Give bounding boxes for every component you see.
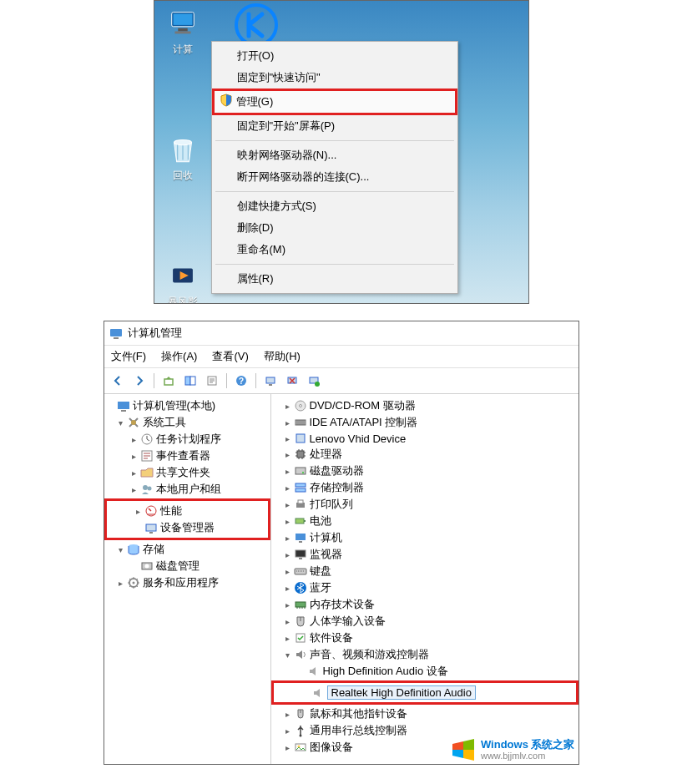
bt-icon [294, 581, 307, 594]
device-item[interactable]: ▸人体学输入设备 [273, 613, 577, 630]
highlight-device-manager: ▸性能设备管理器 [104, 498, 270, 540]
device-item[interactable]: ▸软件设备 [273, 630, 577, 646]
ctx-item-shortcut[interactable]: 创建快捷方式(S) [214, 195, 456, 217]
ctx-item-map-drive[interactable]: 映射网络驱动器(N)... [214, 144, 456, 166]
expand-toggle[interactable]: ▸ [129, 452, 139, 461]
help-button[interactable]: ? [231, 371, 251, 391]
device-item[interactable]: High Definition Audio 设备 [273, 663, 577, 680]
device-item-label: 电池 [310, 513, 331, 529]
expand-toggle[interactable]: ▸ [283, 726, 293, 736]
device-item[interactable]: ▸通用串行总线控制器 [273, 722, 577, 739]
device-item[interactable]: ▸打印队列 [273, 496, 577, 513]
properties-button[interactable] [202, 371, 222, 391]
tree-item[interactable]: ▸服务和应用程序 [106, 574, 269, 591]
expand-toggle[interactable]: ▸ [283, 584, 293, 593]
ctx-item-label: 固定到"快速访问" [237, 71, 321, 83]
expand-toggle[interactable]: ▸ [283, 567, 293, 576]
expand-toggle[interactable]: ▸ [129, 435, 139, 444]
expand-toggle[interactable]: ▸ [129, 485, 139, 494]
forward-button[interactable] [129, 371, 149, 391]
ctx-item-pin-quick[interactable]: 固定到"快速访问" [214, 67, 456, 89]
ctx-item-open[interactable]: 打开(O) [214, 45, 456, 67]
device-item[interactable]: ▸蓝牙 [273, 579, 577, 596]
expand-toggle[interactable]: ▾ [116, 418, 126, 427]
ctx-item-delete[interactable]: 删除(D) [214, 217, 456, 239]
tree-item[interactable]: ▸性能 [110, 503, 265, 519]
desktop-icon-recycle[interactable]: 回收 [163, 132, 203, 183]
expand-toggle[interactable]: ▸ [283, 450, 293, 459]
uninstall-button[interactable] [304, 371, 324, 391]
tree-item[interactable]: 计算机管理(本地) [106, 397, 269, 414]
expand-toggle[interactable]: ▸ [283, 402, 293, 411]
desktop-icon-computer[interactable]: 计算 [163, 6, 203, 57]
expand-toggle[interactable]: ▸ [283, 710, 293, 719]
menu-item[interactable]: 帮助(H) [264, 349, 301, 364]
expand-toggle[interactable]: ▸ [283, 534, 293, 543]
tree-item[interactable]: ▸任务计划程序 [106, 431, 269, 448]
tree-item-label: 服务和应用程序 [143, 575, 219, 590]
device-item[interactable]: ▸存储控制器 [273, 479, 577, 496]
tree-item[interactable]: ▾存储 [106, 541, 269, 558]
expand-toggle[interactable]: ▸ [283, 634, 293, 643]
tree-item[interactable]: ▸本地用户和组 [106, 481, 269, 498]
device-item[interactable]: ▸鼠标和其他指针设备 [273, 706, 577, 722]
device-item[interactable]: ▸键盘 [273, 563, 577, 579]
expand-toggle[interactable]: ▸ [283, 500, 293, 509]
ctx-item-props[interactable]: 属性(R) [214, 268, 456, 290]
up-button[interactable] [159, 371, 179, 391]
show-hide-button[interactable] [180, 371, 200, 391]
menu-item[interactable]: 操作(A) [161, 349, 197, 364]
expand-toggle[interactable]: ▸ [283, 418, 293, 427]
svg-rect-50 [299, 541, 302, 543]
device-item-label: 键盘 [310, 564, 331, 579]
expand-toggle[interactable]: ▸ [283, 467, 293, 476]
device-item[interactable]: ▸电池 [273, 513, 577, 529]
desktop-icon-storm[interactable]: 暴风影 [163, 258, 203, 304]
tree-item[interactable]: 磁盘管理 [106, 558, 269, 574]
device-item[interactable]: ▾声音、视频和游戏控制器 [273, 646, 577, 663]
ctx-item-manage[interactable]: 管理(G) [212, 89, 457, 115]
expand-toggle[interactable]: ▸ [283, 517, 293, 526]
expand-toggle[interactable]: ▾ [283, 650, 293, 660]
svg-point-42 [302, 472, 304, 473]
device-item-label: 声音、视频和游戏控制器 [310, 647, 429, 662]
ctx-item-pin-start[interactable]: 固定到"开始"屏幕(P) [214, 115, 456, 137]
device-item-label: Realtek High Definition Audio [327, 685, 476, 700]
expand-toggle[interactable]: ▸ [283, 483, 293, 493]
expand-toggle[interactable]: ▸ [283, 743, 293, 752]
expand-toggle[interactable]: ▾ [116, 545, 126, 554]
expand-toggle[interactable]: ▸ [283, 550, 293, 559]
expand-toggle[interactable]: ▸ [134, 507, 144, 516]
expand-toggle[interactable]: ▸ [129, 468, 139, 478]
menu-item[interactable]: 查看(V) [212, 349, 248, 364]
tree-item[interactable]: ▾系统工具 [106, 414, 269, 431]
tree-item[interactable]: 设备管理器 [110, 519, 265, 536]
scan-button[interactable] [260, 371, 280, 391]
tree-item[interactable]: ▸共享文件夹 [106, 464, 269, 481]
ctx-item-disconnect[interactable]: 断开网络驱动器的连接(C)... [214, 166, 456, 188]
device-item[interactable]: ▸监视器 [273, 546, 577, 563]
highlight-realtek-audio: Realtek High Definition Audio [271, 680, 578, 705]
expand-toggle[interactable]: ▸ [283, 600, 293, 609]
expand-toggle[interactable]: ▸ [116, 579, 126, 588]
device-item[interactable]: ▸磁盘驱动器 [273, 463, 577, 479]
device-item[interactable]: Realtek High Definition Audio [277, 685, 573, 701]
expand-toggle[interactable]: ▸ [283, 617, 293, 626]
tree-item[interactable]: ▸事件查看器 [106, 448, 269, 464]
svg-rect-46 [298, 500, 303, 503]
event-icon [140, 449, 154, 463]
refresh-button[interactable] [282, 371, 302, 391]
tree-item-label: 事件查看器 [156, 448, 210, 463]
device-item[interactable]: ▸IDE ATA/ATAPI 控制器 [273, 414, 577, 431]
device-item[interactable]: ▸Lenovo Vhid Device [273, 431, 577, 446]
device-item[interactable]: ▸计算机 [273, 529, 577, 546]
device-item[interactable]: ▸处理器 [273, 446, 577, 463]
svg-rect-47 [296, 518, 304, 524]
back-button[interactable] [108, 371, 128, 391]
device-item[interactable]: ▸内存技术设备 [273, 596, 577, 613]
expand-toggle[interactable]: ▸ [283, 434, 293, 443]
device-item[interactable]: ▸DVD/CD-ROM 驱动器 [273, 397, 577, 414]
ctx-item-rename[interactable]: 重命名(M) [214, 239, 456, 260]
spk-icon [307, 665, 321, 678]
menu-item[interactable]: 文件(F) [111, 349, 147, 364]
